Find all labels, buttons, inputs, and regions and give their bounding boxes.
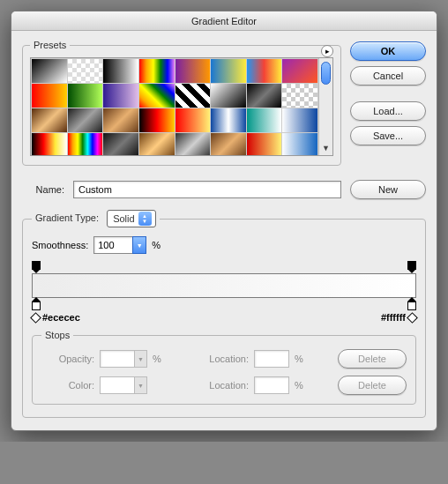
cancel-button[interactable]: Cancel [350,66,426,86]
name-row: Name: Custom New [22,180,426,199]
delete-opacity-stop-button: Delete [338,349,407,369]
hex-left-group: #ececec [32,312,80,323]
color-location-input [254,376,289,394]
hex-row: #ececec #ffffff [32,312,416,323]
preset-swatch[interactable] [68,84,103,108]
opacity-location-label: Location: [196,354,249,364]
preset-swatch[interactable] [32,108,67,132]
preset-swatch[interactable] [247,84,282,108]
preset-swatch[interactable] [139,108,175,132]
preset-swatch[interactable] [103,84,138,108]
preset-swatch[interactable] [175,108,211,132]
preset-swatch[interactable] [175,84,211,108]
gradient-type-select[interactable]: Solid ▲▼ [107,210,155,227]
preset-swatch[interactable] [282,133,317,155]
button-column: OK Cancel Load... Save... [350,40,426,145]
preset-swatch[interactable] [68,108,103,132]
color-location-percent: % [295,380,303,391]
preset-swatch[interactable] [32,133,67,155]
opacity-location-percent: % [295,354,303,364]
new-button[interactable]: New [350,180,426,199]
name-input[interactable]: Custom [73,181,341,198]
gradient-bar[interactable] [32,273,416,298]
stops-opacity-row: Opacity: ▼ % Location: % Delete [41,349,407,369]
preset-swatch[interactable] [175,133,211,155]
window-title: Gradient Editor [191,16,257,26]
color-stop-right[interactable] [407,300,416,310]
scrollbar-thumb[interactable] [321,62,331,85]
gradient-editor-dialog: Gradient Editor Presets ▸ ▼ OK Cancel Lo [11,11,437,431]
opacity-location-input [254,350,289,368]
gradient-type-fieldset: Gradient Type: Solid ▲▼ Smoothness: 100 … [22,210,426,418]
preset-swatch[interactable] [103,108,138,132]
stops-legend: Stops [41,330,73,340]
preset-swatch[interactable] [247,59,282,83]
opacity-percent: % [153,354,161,364]
load-button[interactable]: Load... [350,101,426,121]
preset-swatch[interactable] [139,84,175,108]
preset-swatch[interactable] [247,133,282,155]
midpoint-right-icon[interactable] [407,312,418,324]
smoothness-percent: % [152,240,161,250]
name-label: Name: [22,184,64,195]
color-stepper-icon: ▼ [135,376,147,394]
smoothness-label: Smoothness: [32,240,88,250]
opacity-label: Opacity: [41,354,94,364]
top-row: Presets ▸ ▼ OK Cancel Load... Save... [22,40,426,166]
preset-swatch[interactable] [68,133,103,155]
preset-swatch[interactable] [103,133,138,155]
preset-swatch[interactable] [68,59,103,83]
dialog-content: Presets ▸ ▼ OK Cancel Load... Save... [11,31,437,430]
gradient-type-value: Solid [113,213,134,224]
stops-color-row: Color: ▼ % Location: % Delete [41,376,407,395]
color-location-label: Location: [196,380,249,391]
preset-swatch[interactable] [211,133,246,155]
ok-button[interactable]: OK [350,41,426,61]
preset-swatch[interactable] [103,59,138,83]
delete-color-stop-button: Delete [338,376,407,395]
color-well [100,376,135,394]
color-stop-left[interactable] [32,300,41,310]
stops-fieldset: Stops Opacity: ▼ % Location: % Delete [32,330,416,405]
presets-flyout-icon[interactable]: ▸ [321,45,333,57]
preset-swatch[interactable] [139,59,175,83]
gradient-type-legend: Gradient Type: Solid ▲▼ [32,210,160,227]
preset-swatch[interactable] [247,108,282,132]
preset-swatch[interactable] [175,59,211,83]
hex-right-group: #ffffff [381,312,416,323]
opacity-input [100,350,135,368]
smoothness-input[interactable]: 100 [93,236,132,254]
preset-swatch[interactable] [282,84,317,108]
save-button[interactable]: Save... [350,126,426,145]
gradient-region: #ececec #ffffff [32,261,416,323]
smoothness-stepper-icon[interactable]: ▼ [132,236,146,254]
titlebar: Gradient Editor [11,11,437,31]
color-stop-row [32,298,416,310]
presets-legend: Presets [30,40,70,50]
presets-box: ▼ [30,57,333,156]
opacity-stop-left[interactable] [32,261,41,272]
preset-swatch[interactable] [211,59,246,83]
hex-left-value: #ececec [42,312,80,323]
color-label: Color: [41,380,94,391]
scrollbar-arrow-down-icon[interactable]: ▼ [322,143,330,153]
presets-scrollbar[interactable]: ▼ [318,58,332,155]
midpoint-left-icon[interactable] [30,312,41,324]
preset-swatch[interactable] [211,108,246,132]
opacity-stop-row [32,261,416,273]
preset-swatch[interactable] [32,84,67,108]
preset-swatch[interactable] [139,133,175,155]
presets-grid [31,58,318,155]
opacity-stop-right[interactable] [407,261,416,272]
preset-swatch[interactable] [282,59,317,83]
preset-swatch[interactable] [282,108,317,132]
preset-swatch[interactable] [211,84,246,108]
smoothness-row: Smoothness: 100 ▼ % [32,236,416,254]
preset-swatch[interactable] [32,59,67,83]
presets-fieldset: Presets ▸ ▼ [22,40,341,166]
opacity-stepper-icon: ▼ [135,350,147,368]
select-arrows-icon: ▲▼ [138,212,152,226]
hex-right-value: #ffffff [381,312,406,323]
